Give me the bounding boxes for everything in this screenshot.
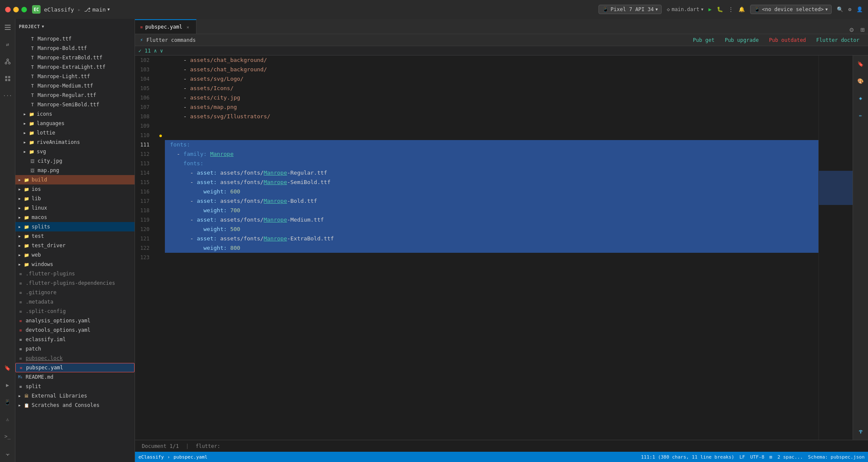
list-item[interactable]: ≡ devtools_options.yaml [15,325,135,335]
list-item[interactable]: ≡ .gitignore [15,288,135,297]
list-item[interactable]: T Manrope-SemiBold.ttf [15,100,135,109]
device-selector[interactable]: 📱 Pixel 7 API 34 ▼ [598,5,662,14]
cursor-position[interactable]: 111:1 (380 chars, 11 line breaks) [641,454,734,460]
list-item[interactable]: ▶ 📁 languages [15,119,135,128]
editor-layout-icon[interactable]: ⊞ [857,26,868,34]
file-icon: ≡ [18,364,24,371]
sidebar-item-ios[interactable]: ▶ 📁 ios [15,184,135,194]
terminal-icon[interactable]: >_ [3,431,13,442]
sidebar-item-test[interactable]: ▶ 📁 test [15,231,135,241]
tab-settings-icon[interactable]: ⚙ [846,26,857,34]
sidebar-item-build[interactable]: ▶ 📁 build [15,175,135,184]
problems-icon[interactable]: ⚠ [3,414,13,424]
code-editor[interactable]: - assets/chat_background/ - assets/chat_… [165,56,818,440]
breadcrumb-2[interactable]: pubspec.yaml [173,454,207,460]
plugin-icon[interactable] [3,73,13,84]
search-icon[interactable]: 🔍 [837,6,843,12]
list-item[interactable]: T Manrope-Bold.ttf [15,44,135,53]
encoding[interactable]: UTF-8 [750,454,764,460]
list-item[interactable]: ≡ .split-config [15,307,135,316]
sidebar-item-splits[interactable]: ▶ 📁 splits [15,222,135,231]
list-item[interactable]: ▶ 📁 riveAnimations [15,137,135,147]
pen-icon[interactable]: ✏ [856,110,866,120]
list-item[interactable]: ≡ .flutter-plugins [15,269,135,278]
file-icon: T [29,92,36,99]
list-item[interactable]: ≡ split [15,382,135,391]
palette-icon[interactable]: ◈ [856,93,866,103]
branch-indicator[interactable]: ⎇ main ▼ [84,6,110,13]
list-item[interactable]: ≡ .metadata [15,297,135,307]
color-picker-icon[interactable]: 🎨 [856,76,866,86]
run-button[interactable]: ▶ [709,6,712,12]
list-item[interactable]: T Manrope.ttf [15,34,135,44]
list-item[interactable]: ≡ .flutter-plugins-dependencies [15,278,135,288]
device-type-selector[interactable]: 📱 <no device selected> ▼ [750,5,832,14]
list-item[interactable]: ▶ 📁 icons [15,109,135,119]
list-item[interactable]: M↓ README.md [15,372,135,382]
sidebar-item-patch[interactable]: ≡ patch [15,344,135,354]
tab-close-icon[interactable]: ✕ [185,24,191,30]
sidebar-item-test-driver[interactable]: ▶ 📁 test_driver [15,241,135,250]
list-item[interactable]: ≡ eclassify.iml [15,335,135,344]
indent-size[interactable]: 2 spac... [777,454,803,460]
bookmarks-icon[interactable]: 🔖 [3,363,13,373]
project-header[interactable]: Project ▼ [15,19,135,34]
line-ending[interactable]: LF [739,454,745,460]
breadcrumb-1[interactable]: eClassify [138,454,164,460]
folder-arrow: ▶ [17,234,22,239]
list-item[interactable]: ▶ 📁 svg [15,147,135,156]
sidebar-item-pubspec-yaml[interactable]: ≡ pubspec.yaml [15,363,135,372]
sidebar-item-external-libraries[interactable]: ▶ 🏛 External Libraries [15,391,135,401]
pub-outdated-button[interactable]: Pub outdated [765,36,809,44]
sidebar-item-linux[interactable]: ▶ 📁 linux [15,203,135,213]
list-item[interactable]: ≡ pubspec.lock [15,354,135,363]
device-manager-icon[interactable]: 📱 [3,397,13,407]
more-button[interactable]: ⋮ [728,6,733,12]
list-item[interactable]: T Manrope-ExtraBold.ttf [15,53,135,62]
list-item[interactable]: ≡ analysis_options.yaml [15,316,135,325]
sidebar-item-scratches[interactable]: ▶ 📋 Scratches and Consoles [15,401,135,410]
git-icon[interactable] [3,56,13,67]
bookmarks-panel-icon[interactable]: 🔖 [856,59,866,69]
user-icon[interactable]: 👤 [856,6,863,12]
list-item[interactable]: 🖼 city.jpg [15,156,135,166]
list-item[interactable]: T Manrope-Medium.ttf [15,81,135,91]
list-item[interactable]: ▶ 📁 lottie [15,128,135,137]
tab-pubspec-yaml[interactable]: ≡ pubspec.yaml ✕ [135,19,196,34]
app-name[interactable]: eClassify [44,6,74,13]
file-icon: 🖼 [29,158,36,164]
wifi-icon[interactable] [3,448,13,459]
file-tree: T Manrope.ttf T Manrope-Bold.ttf T Manro… [15,34,135,462]
schema[interactable]: Schema: pubspec.json [808,454,865,460]
list-item[interactable]: T Manrope-Regular.ttf [15,91,135,100]
sidebar-item-macos[interactable]: ▶ 📁 macos [15,213,135,222]
list-item[interactable]: 🖼 map.png [15,166,135,175]
pub-upgrade-button[interactable]: Pub upgrade [721,36,762,44]
gutter-line [156,206,165,215]
pub-get-button[interactable]: Pub get [689,36,718,44]
more-tools-icon[interactable]: ··· [3,91,13,101]
sidebar-item-windows[interactable]: ▶ 📁 windows [15,260,135,269]
list-item[interactable]: T Manrope-Light.ttf [15,72,135,81]
gutter-line [156,159,165,168]
code-line-102: - assets/chat_background/ [165,56,818,65]
settings-icon[interactable]: ⚙ [848,6,851,12]
sidebar-toggle-icon[interactable] [3,22,13,32]
run-manager-icon[interactable]: ▶ [3,380,13,390]
list-item[interactable]: T Manrope-ExtraLight.ttf [15,62,135,72]
debug-button[interactable]: 🐛 [717,6,723,12]
gutter-line [156,102,165,112]
sidebar-item-web[interactable]: ▶ 📁 web [15,250,135,260]
notification-icon[interactable]: 🔔 [739,6,745,12]
folder-arrow: ▶ [17,393,22,398]
main-dart-selector[interactable]: ◇ main.dart ▼ [667,6,704,12]
close-button[interactable] [5,7,11,12]
line-num: 106 [135,93,153,102]
sidebar-item-lib[interactable]: ▶ 📁 lib [15,194,135,203]
file-label: Manrope.ttf [38,36,71,42]
wifi-status-icon[interactable] [856,426,866,436]
flutter-doctor-button[interactable]: Flutter doctor [813,36,863,44]
minimize-button[interactable] [13,7,19,12]
maximize-button[interactable] [21,7,27,12]
navigator-icon[interactable]: ⇄ [3,39,13,50]
